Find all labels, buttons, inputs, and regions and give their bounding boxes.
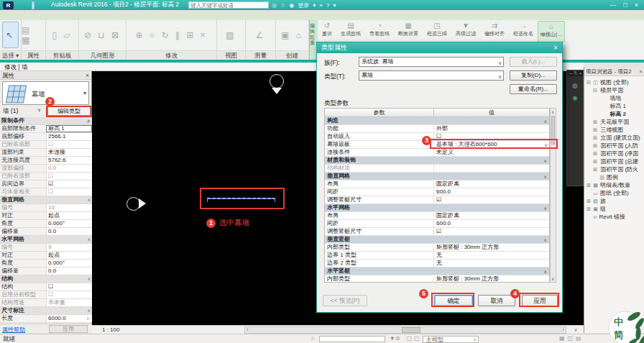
ribbon-tab[interactable]	[40, 14, 45, 16]
tree-toggle-icon[interactable]: ⊞	[592, 142, 598, 150]
ribbon-panel-icons[interactable]: ↖	[2, 22, 19, 48]
parameter-value[interactable]	[434, 165, 549, 172]
family-select[interactable]: 系统族: 幕墙∨	[359, 57, 504, 67]
tree-item[interactable]: ⊞ 面积平面 (净面	[584, 150, 644, 157]
property-row[interactable]: 与体量相关 ☐ ∧	[0, 188, 92, 196]
ribbon-tab[interactable]	[70, 14, 75, 16]
ribbon-panel-label[interactable]: 几何图形	[79, 50, 126, 60]
property-row[interactable]: 角度 0.000° ∧	[0, 260, 92, 267]
tool-reset[interactable]: ↺ 重设	[318, 21, 336, 42]
parameter-value[interactable]: 未定义	[434, 149, 549, 156]
plugin-panel-caret-icon[interactable]: ▾	[574, 69, 576, 76]
section-collapse-icon[interactable]: ∧	[88, 196, 91, 203]
section-collapse-icon[interactable]: ∧	[544, 173, 547, 180]
revit-logo-icon[interactable]: R	[3, 1, 14, 9]
ribbon-tab[interactable]	[50, 14, 55, 16]
ribbon-panel-label[interactable]: 选择 ▾	[0, 50, 21, 60]
parameter-value[interactable]: 矩形竖梃 : 30mm 正方形	[434, 244, 549, 251]
parameter-row[interactable]: 布局 固定距离 ∧	[325, 212, 549, 220]
ribbon-panel-label[interactable]: 剪贴板	[46, 50, 78, 60]
tree-item[interactable]: ∞ Revit 链接	[584, 213, 644, 221]
property-row[interactable]: 已附着底部 ☐ ∧	[0, 141, 92, 149]
parameter-value[interactable]: ☑	[434, 196, 549, 203]
ribbon-tab[interactable]	[5, 14, 10, 16]
ribbon-panel-icons[interactable]: ⊕ ○ ↻ ∥ ⊞ ×	[126, 20, 216, 50]
tree-toggle-icon[interactable]: ⊞	[586, 181, 592, 189]
editable-only-icon[interactable]: ▢	[414, 335, 420, 342]
tree-toggle-icon[interactable]: ⊞	[592, 118, 598, 126]
property-row[interactable]: 结构用途 非承重 ∧	[0, 299, 92, 307]
property-row[interactable]: 垂直网格 ∧	[0, 196, 92, 204]
tool-generate-sheet[interactable]: ▤ 生成图纸	[336, 21, 365, 42]
property-value[interactable]: 2566.1	[46, 133, 92, 140]
grid-scroll-down-icon[interactable]: ∨	[86, 316, 89, 321]
load-button[interactable]: 载入(L)...	[510, 57, 557, 67]
scroll-down-icon[interactable]: ∨	[551, 276, 554, 281]
tree-item[interactable]: ⊞ 面积平面 (总建	[584, 157, 644, 165]
tree-toggle-icon[interactable]: ⊞	[592, 134, 598, 142]
type-select[interactable]: 幕墙∨	[359, 70, 504, 81]
selection-caret-icon[interactable]: ∨	[37, 107, 41, 113]
properties-header[interactable]: 属性×	[0, 71, 91, 80]
parameter-value[interactable]: 无	[434, 260, 549, 267]
property-value[interactable]: ☐	[46, 141, 92, 148]
parameter-row[interactable]: 内部类型 矩形竖梃 : 30mm 正方形 ∧	[325, 244, 549, 252]
property-row[interactable]: 已附着顶部 ☐ ∧	[0, 173, 92, 180]
parameter-row[interactable]: 边界 1 类型 无 ∧	[325, 252, 549, 260]
tool-box-select-3d[interactable]: ◳ 框选三维	[423, 21, 451, 42]
ribbon-tab[interactable]	[30, 14, 35, 16]
scrollbar-thumb[interactable]	[402, 327, 420, 333]
parameter-row[interactable]: 构造 ∧	[325, 117, 549, 125]
parameter-value[interactable]: 矩形竖梃 : 30mm 正方形	[434, 275, 549, 283]
parameter-row[interactable]: 边界 2 类型 无 ∧	[325, 260, 549, 267]
tool-offset-align[interactable]: ⇉ 偏移对齐	[480, 21, 509, 42]
parameter-row[interactable]: 调整竖梃尺寸 ☑ ∧	[325, 228, 549, 236]
ribbon-tab[interactable]	[35, 14, 40, 16]
property-row[interactable]: 编号 9 ∧	[0, 244, 92, 252]
tool-advanced-filter[interactable]: ▼ 高级过滤	[451, 21, 480, 42]
property-value[interactable]: ☐	[46, 173, 92, 180]
parameter-value[interactable]: 600.0	[434, 220, 549, 227]
property-value[interactable]: 0.000°	[46, 260, 92, 267]
tree-item[interactable]: ▥ 图例	[584, 173, 644, 181]
property-value[interactable]: ☐	[46, 291, 92, 298]
design-option-select[interactable]: 主模型∨	[423, 336, 479, 343]
ribbon-tab[interactable]	[15, 14, 20, 16]
parameter-value[interactable]: ☑	[434, 228, 549, 235]
property-row[interactable]: 偏移量 0.0 ∧	[0, 267, 92, 275]
properties-help-link[interactable]: 属性帮助	[2, 326, 25, 334]
ribbon-tab[interactable]	[75, 14, 80, 16]
ribbon-tab[interactable]	[20, 14, 25, 16]
property-row[interactable]: 启用分析模型 ☐ ∧	[0, 291, 92, 299]
design-options-icon[interactable]: ▢	[407, 335, 413, 342]
tree-item[interactable]: ⊟ ◫ 视图 (全部)	[584, 78, 644, 86]
property-value[interactable]: 0.0	[46, 267, 92, 275]
property-row[interactable]: 尺寸标注 ∧	[0, 307, 92, 315]
section-collapse-icon[interactable]: ∧	[544, 268, 547, 275]
property-value[interactable]: 起点	[46, 212, 92, 219]
parameter-row[interactable]: 垂直竖梃 ∧	[325, 236, 549, 244]
ribbon-panel-icons[interactable]: ▯ ▱	[46, 20, 78, 50]
parameter-value[interactable]: 无	[434, 252, 549, 259]
property-row[interactable]: 无连接高度 5762.6 ∧	[0, 157, 92, 165]
ribbon-tab[interactable]	[10, 14, 15, 16]
tree-item[interactable]: ⊞ ▦ 明细表/数量	[584, 181, 644, 189]
ribbon-tab[interactable]	[65, 14, 70, 16]
parameter-row[interactable]: 间距 600.0 ∧	[325, 188, 549, 196]
tree-item[interactable]: ⊞ ▧ 族	[584, 197, 644, 205]
ribbon-panel-icons[interactable]: ▧	[217, 20, 245, 50]
elevation-marker-top-icon[interactable]	[270, 74, 284, 88]
property-row[interactable]: 顶部约束 未连接 ∧	[0, 149, 92, 157]
ribbon-panel-label[interactable]: 测量	[246, 50, 275, 60]
property-row[interactable]: 底部偏移 2566.1 ∧	[0, 133, 92, 141]
tree-item[interactable]: ⊞ 三维视图	[584, 126, 644, 134]
ribbon-tab[interactable]	[96, 14, 101, 16]
property-row[interactable]: 角度 0.000° ∧	[0, 220, 92, 228]
property-row[interactable]: 水平网格 ∧	[0, 236, 92, 244]
section-collapse-icon[interactable]: ∧	[88, 236, 91, 243]
minimize-button[interactable]: —	[610, 1, 616, 9]
property-value[interactable]: 0.000°	[46, 220, 92, 227]
tree-item[interactable]: ⊟ 楼层平面	[584, 86, 644, 94]
tool-view-sheet[interactable]: ◔ 查看图纸	[365, 21, 394, 42]
parameter-row[interactable]: 连接条件 未定义 ∧	[325, 149, 549, 157]
